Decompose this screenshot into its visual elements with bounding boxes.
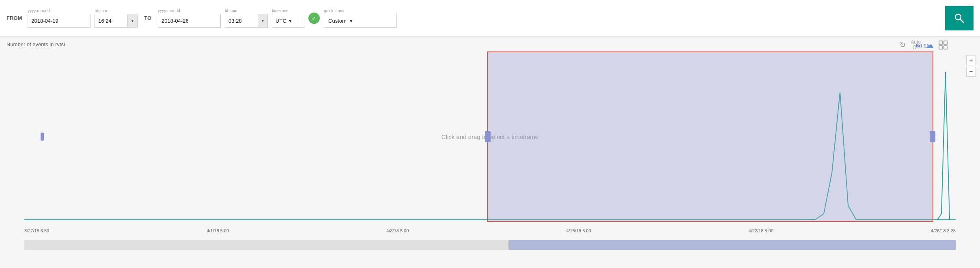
search-button[interactable]: [945, 6, 974, 30]
chart-toolbar: ↻ Auto Off ☁: [900, 40, 948, 50]
cloud-icon: ☁: [926, 40, 934, 50]
auto-off-button[interactable]: Auto Off: [911, 40, 921, 50]
refresh-button[interactable]: ↻: [900, 41, 906, 49]
chart-title: Number of events in rvtsi: [6, 41, 65, 47]
check-icon: ✓: [312, 15, 317, 21]
to-time-hint: hh:mm: [225, 9, 237, 13]
mini-scrollbar-thumb[interactable]: [508, 240, 956, 250]
chart-area: Number of events in rvtsi ↻ Auto Off ☁: [0, 36, 980, 268]
from-time-group: hh:mm ▾: [95, 9, 138, 28]
quick-times-hint: quick times: [324, 9, 344, 13]
quick-times-chevron-icon: ▾: [350, 18, 353, 24]
x-label-3: 4/15/18 5:00: [566, 228, 591, 233]
cloud-button[interactable]: ☁: [926, 40, 934, 50]
svg-rect-2: [939, 41, 942, 44]
x-label-4: 4/22/18 5:00: [749, 228, 773, 233]
to-time-input[interactable]: [225, 16, 258, 26]
to-time-chevron[interactable]: ▾: [258, 14, 267, 27]
zoom-in-button[interactable]: +: [966, 56, 976, 65]
from-time-chevron[interactable]: ▾: [127, 14, 137, 27]
from-time-field: ▾: [95, 14, 138, 28]
grid-icon: [939, 41, 948, 49]
from-label: FROM: [6, 15, 22, 21]
chart-svg-wrapper: [24, 51, 956, 222]
quick-times-select[interactable]: Custom ▾: [324, 14, 397, 28]
y-left-handle[interactable]: [41, 133, 44, 141]
svg-rect-3: [944, 41, 947, 44]
to-date-group: yyyy-mm-dd: [158, 9, 221, 28]
search-icon: [954, 13, 965, 24]
from-time-input[interactable]: [95, 16, 127, 26]
svg-rect-4: [939, 46, 942, 49]
x-label-1: 4/1/18 5:00: [207, 228, 229, 233]
timezone-hint: timezone: [272, 9, 289, 13]
timezone-chevron-icon: ▾: [289, 18, 292, 24]
off-label: Off: [913, 45, 919, 50]
x-label-0: 3/27/18 6:50: [24, 228, 49, 233]
to-date-hint: yyyy-mm-dd: [158, 9, 180, 13]
grid-button[interactable]: [939, 41, 948, 49]
x-label-5: 4/26/18 3:28: [931, 228, 956, 233]
mini-scrollbar[interactable]: [24, 240, 956, 250]
to-time-field: ▾: [225, 14, 268, 28]
chart-header: Number of events in rvtsi ↻ Auto Off ☁: [0, 36, 980, 47]
from-time-hint: hh:mm: [95, 9, 107, 13]
top-bar: FROM yyyy-mm-dd hh:mm ▾ TO yyyy-mm-dd hh…: [0, 0, 980, 36]
quick-times-value: Custom: [328, 18, 347, 24]
from-date-group: yyyy-mm-dd: [28, 9, 90, 28]
validate-button[interactable]: ✓: [308, 13, 320, 24]
svg-line-1: [961, 19, 964, 23]
from-date-input[interactable]: [28, 14, 90, 28]
svg-rect-5: [944, 46, 947, 49]
quick-times-group: quick times Custom ▾: [324, 9, 397, 28]
zoom-out-button[interactable]: −: [966, 67, 976, 77]
from-date-hint: yyyy-mm-dd: [28, 9, 50, 13]
refresh-icon: ↻: [900, 41, 906, 49]
to-time-group: hh:mm ▾: [225, 9, 268, 28]
x-axis-labels: 3/27/18 6:50 4/1/18 5:00 4/8/18 5:00 4/1…: [24, 228, 956, 233]
timezone-group: timezone UTC ▾: [272, 9, 304, 28]
to-date-input[interactable]: [158, 14, 221, 28]
y-axis-zoom-controls: + −: [966, 56, 976, 77]
timezone-value: UTC: [276, 18, 286, 24]
chart-svg: [24, 51, 956, 222]
chart-main[interactable]: Click and drag to select a timeframe 6d …: [24, 51, 956, 222]
x-label-2: 4/8/18 5:00: [386, 228, 409, 233]
timezone-select[interactable]: UTC ▾: [272, 14, 304, 28]
to-label: TO: [142, 15, 154, 21]
